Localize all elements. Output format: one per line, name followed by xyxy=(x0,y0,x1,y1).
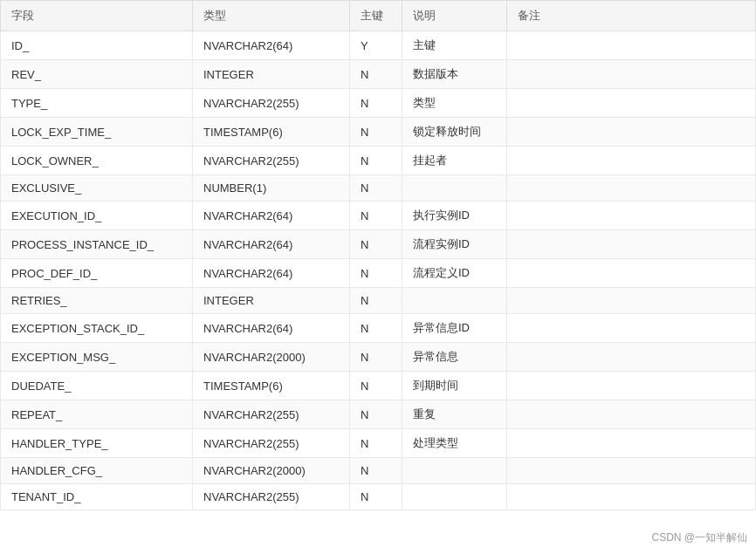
cell-note xyxy=(507,429,756,458)
cell-type: INTEGER xyxy=(193,288,350,314)
cell-desc: 异常信息ID xyxy=(402,314,507,343)
cell-desc: 执行实例ID xyxy=(402,202,507,230)
table-row: EXCLUSIVE_NUMBER(1)N xyxy=(1,175,756,202)
cell-field: LOCK_EXP_TIME_ xyxy=(1,118,193,147)
cell-pk: N xyxy=(350,429,402,458)
cell-note xyxy=(507,372,756,400)
table-row: ID_NVARCHAR2(64)Y主键 xyxy=(1,31,756,60)
cell-pk: N xyxy=(350,147,402,175)
cell-note xyxy=(507,400,756,429)
cell-pk: N xyxy=(350,372,402,400)
cell-field: TENANT_ID_ xyxy=(1,484,193,510)
cell-desc: 异常信息 xyxy=(402,343,507,372)
cell-type: NVARCHAR2(255) xyxy=(193,484,350,510)
cell-pk: N xyxy=(350,202,402,230)
cell-type: NVARCHAR2(64) xyxy=(193,31,350,60)
table-row: LOCK_OWNER_NVARCHAR2(255)N挂起者 xyxy=(1,147,756,175)
table-row: EXCEPTION_STACK_ID_NVARCHAR2(64)N异常信息ID xyxy=(1,314,756,343)
cell-pk: N xyxy=(350,118,402,147)
cell-pk: N xyxy=(350,400,402,429)
cell-note xyxy=(507,147,756,175)
cell-pk: N xyxy=(350,484,402,510)
table-row: EXCEPTION_MSG_NVARCHAR2(2000)N异常信息 xyxy=(1,343,756,372)
cell-desc: 挂起者 xyxy=(402,147,507,175)
table-row: PROCESS_INSTANCE_ID_NVARCHAR2(64)N流程实例ID xyxy=(1,230,756,259)
header-field: 字段 xyxy=(1,1,193,31)
cell-type: TIMESTAMP(6) xyxy=(193,118,350,147)
table-row: HANDLER_TYPE_NVARCHAR2(255)N处理类型 xyxy=(1,429,756,458)
cell-type: NVARCHAR2(64) xyxy=(193,259,350,288)
cell-type: NUMBER(1) xyxy=(193,175,350,202)
cell-desc: 流程定义ID xyxy=(402,259,507,288)
cell-note xyxy=(507,118,756,147)
table-container: 字段 类型 主键 说明 备注 ID_NVARCHAR2(64)Y主键REV_IN… xyxy=(0,0,756,510)
table-row: PROC_DEF_ID_NVARCHAR2(64)N流程定义ID xyxy=(1,259,756,288)
cell-note xyxy=(507,288,756,314)
cell-desc xyxy=(402,458,507,484)
cell-field: PROC_DEF_ID_ xyxy=(1,259,193,288)
cell-note xyxy=(507,31,756,60)
cell-type: NVARCHAR2(255) xyxy=(193,147,350,175)
cell-type: NVARCHAR2(255) xyxy=(193,89,350,118)
cell-type: INTEGER xyxy=(193,60,350,89)
cell-desc: 类型 xyxy=(402,89,507,118)
cell-pk: N xyxy=(350,314,402,343)
cell-field: REPEAT_ xyxy=(1,400,193,429)
cell-field: TYPE_ xyxy=(1,89,193,118)
cell-type: NVARCHAR2(64) xyxy=(193,202,350,230)
cell-desc: 数据版本 xyxy=(402,60,507,89)
table-row: TYPE_NVARCHAR2(255)N类型 xyxy=(1,89,756,118)
cell-note xyxy=(507,343,756,372)
header-pk: 主键 xyxy=(350,1,402,31)
cell-desc xyxy=(402,175,507,202)
table-row: DUEDATE_TIMESTAMP(6)N到期时间 xyxy=(1,372,756,400)
header-type: 类型 xyxy=(193,1,350,31)
cell-desc xyxy=(402,484,507,510)
cell-pk: N xyxy=(350,288,402,314)
table-row: LOCK_EXP_TIME_TIMESTAMP(6)N锁定释放时间 xyxy=(1,118,756,147)
header-note: 备注 xyxy=(507,1,756,31)
cell-field: EXCEPTION_MSG_ xyxy=(1,343,193,372)
cell-type: NVARCHAR2(2000) xyxy=(193,343,350,372)
cell-note xyxy=(507,89,756,118)
cell-field: HANDLER_CFG_ xyxy=(1,458,193,484)
table-header-row: 字段 类型 主键 说明 备注 xyxy=(1,1,756,31)
cell-desc: 流程实例ID xyxy=(402,230,507,259)
cell-desc xyxy=(402,288,507,314)
cell-note xyxy=(507,259,756,288)
cell-field: EXCEPTION_STACK_ID_ xyxy=(1,314,193,343)
cell-pk: N xyxy=(350,230,402,259)
cell-pk: N xyxy=(350,60,402,89)
cell-field: REV_ xyxy=(1,60,193,89)
cell-note xyxy=(507,314,756,343)
cell-type: NVARCHAR2(255) xyxy=(193,400,350,429)
cell-note xyxy=(507,175,756,202)
cell-desc: 到期时间 xyxy=(402,372,507,400)
cell-pk: Y xyxy=(350,31,402,60)
cell-type: NVARCHAR2(2000) xyxy=(193,458,350,484)
header-desc: 说明 xyxy=(402,1,507,31)
cell-type: NVARCHAR2(64) xyxy=(193,314,350,343)
cell-pk: N xyxy=(350,343,402,372)
cell-pk: N xyxy=(350,89,402,118)
cell-desc: 锁定释放时间 xyxy=(402,118,507,147)
cell-note xyxy=(507,202,756,230)
cell-field: RETRIES_ xyxy=(1,288,193,314)
data-table: 字段 类型 主键 说明 备注 ID_NVARCHAR2(64)Y主键REV_IN… xyxy=(0,0,756,510)
cell-pk: N xyxy=(350,175,402,202)
cell-field: ID_ xyxy=(1,31,193,60)
table-row: REV_INTEGERN数据版本 xyxy=(1,60,756,89)
cell-type: NVARCHAR2(255) xyxy=(193,429,350,458)
cell-field: HANDLER_TYPE_ xyxy=(1,429,193,458)
cell-pk: N xyxy=(350,259,402,288)
table-row: REPEAT_NVARCHAR2(255)N重复 xyxy=(1,400,756,429)
cell-note xyxy=(507,230,756,259)
cell-field: PROCESS_INSTANCE_ID_ xyxy=(1,230,193,259)
cell-note xyxy=(507,458,756,484)
cell-desc: 主键 xyxy=(402,31,507,60)
cell-desc: 重复 xyxy=(402,400,507,429)
table-row: HANDLER_CFG_NVARCHAR2(2000)N xyxy=(1,458,756,484)
cell-type: NVARCHAR2(64) xyxy=(193,230,350,259)
cell-field: DUEDATE_ xyxy=(1,372,193,400)
cell-type: TIMESTAMP(6) xyxy=(193,372,350,400)
